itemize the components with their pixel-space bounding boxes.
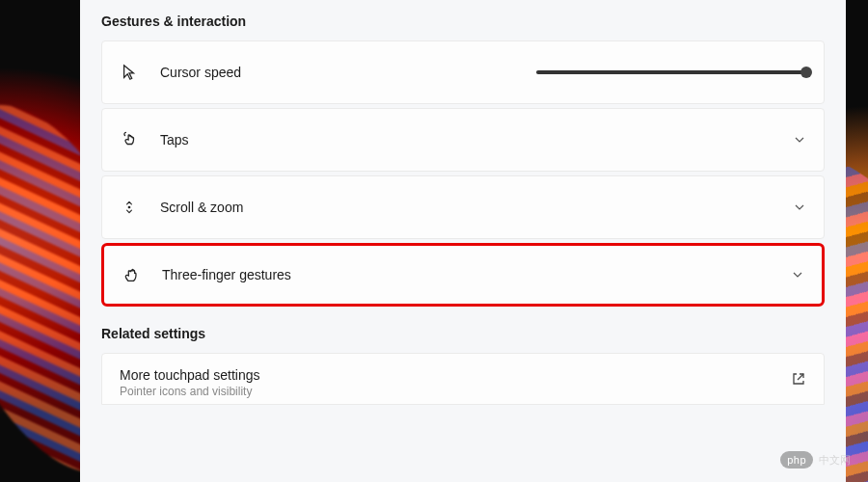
chevron-down-icon: [791, 268, 804, 281]
more-touchpad-text: More touchpad settings Pointer icons and…: [120, 367, 791, 398]
scroll-zoom-label: Scroll & zoom: [160, 200, 793, 215]
slider-track: [536, 70, 806, 74]
taps-label: Taps: [160, 132, 793, 147]
open-external-icon: [791, 371, 806, 387]
slider-thumb[interactable]: [800, 67, 812, 78]
more-touchpad-settings-row[interactable]: More touchpad settings Pointer icons and…: [101, 353, 825, 405]
watermark-badge: php: [780, 451, 813, 469]
watermark: php 中文网: [780, 451, 851, 469]
tap-icon: [120, 130, 139, 149]
scroll-zoom-icon: [120, 198, 139, 217]
hand-icon: [122, 265, 141, 284]
chevron-down-icon: [793, 201, 806, 214]
chevron-down-icon: [793, 133, 806, 147]
three-finger-label: Three-finger gestures: [162, 267, 791, 282]
cursor-speed-label: Cursor speed: [160, 65, 536, 80]
cursor-icon: [120, 63, 139, 82]
gestures-section-header: Gestures & interaction: [101, 13, 825, 29]
related-section-header: Related settings: [101, 326, 825, 341]
cursor-speed-slider[interactable]: [536, 70, 806, 74]
scroll-zoom-row[interactable]: Scroll & zoom: [101, 175, 825, 239]
settings-panel: Gestures & interaction Cursor speed Taps: [80, 0, 846, 482]
watermark-text: 中文网: [819, 453, 851, 468]
more-touchpad-subtitle: Pointer icons and visibility: [120, 385, 791, 398]
taps-row[interactable]: Taps: [101, 108, 825, 172]
svg-point-0: [128, 206, 130, 208]
related-settings-section: Related settings More touchpad settings …: [101, 326, 825, 405]
three-finger-gestures-row[interactable]: Three-finger gestures: [101, 243, 825, 307]
more-touchpad-title: More touchpad settings: [120, 367, 791, 383]
cursor-speed-row[interactable]: Cursor speed: [101, 40, 825, 104]
